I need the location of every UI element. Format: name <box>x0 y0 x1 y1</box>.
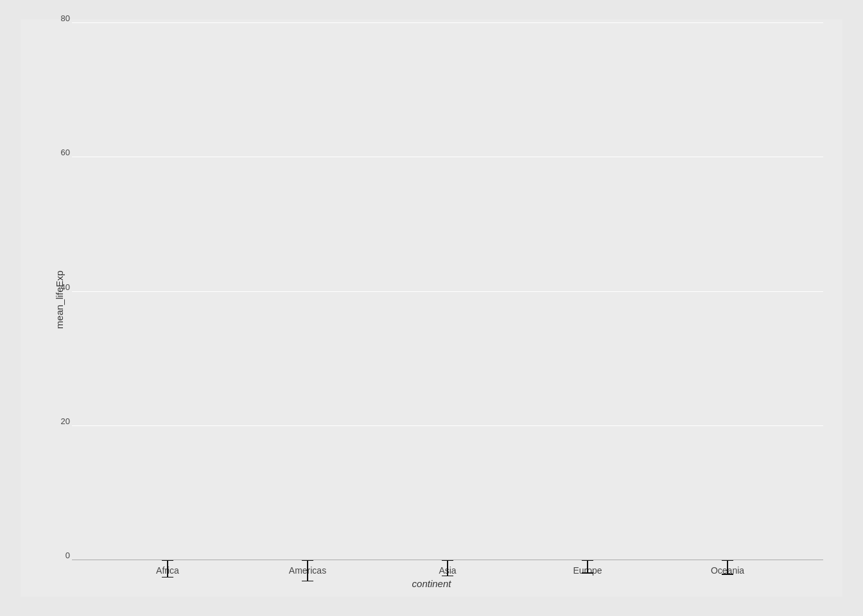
bar-group <box>378 38 518 560</box>
y-axis-label: 20 <box>48 416 70 426</box>
error-bar-bottom-cap <box>582 572 593 574</box>
bar-group <box>238 38 378 560</box>
error-bar-line <box>727 561 728 574</box>
y-axis-label: 40 <box>48 282 70 292</box>
error-bar <box>722 560 733 575</box>
y-axis-label: 0 <box>48 551 70 560</box>
grid-area: 020406080 <box>72 38 823 560</box>
bar-group <box>98 38 238 560</box>
y-axis-title: mean_lifeExp <box>54 270 65 329</box>
error-bar <box>302 560 313 581</box>
bar-group <box>518 38 658 560</box>
bar-group <box>658 38 798 560</box>
error-bar-bottom-cap <box>302 581 313 582</box>
y-axis-label: 80 <box>48 13 70 23</box>
x-axis-title: continent <box>21 576 842 597</box>
error-bar-bottom-cap <box>722 574 733 575</box>
error-bar <box>162 560 173 578</box>
error-bar <box>442 560 453 576</box>
error-bar <box>582 560 593 574</box>
error-bar-line <box>447 561 448 576</box>
error-bar-bottom-cap <box>162 577 173 578</box>
grid-line <box>72 22 823 23</box>
error-bar-bottom-cap <box>442 576 453 577</box>
baseline <box>72 560 823 560</box>
bars-area <box>72 38 823 560</box>
y-axis-label: 60 <box>48 148 70 157</box>
chart-container: mean_lifeExp 020406080 AfricaAmericasAsi… <box>21 19 842 597</box>
error-bar-line <box>587 561 588 573</box>
error-bar-line <box>167 561 168 577</box>
plot-area: mean_lifeExp 020406080 <box>72 38 823 560</box>
error-bar-line <box>307 561 308 581</box>
